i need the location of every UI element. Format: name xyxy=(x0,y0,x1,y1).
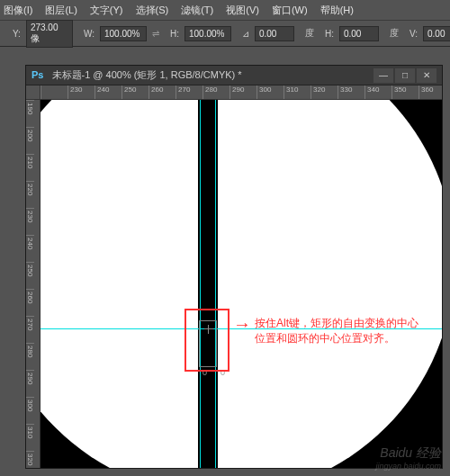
ruler-h-tick: 250 xyxy=(122,85,148,99)
ruler-corner xyxy=(26,85,40,100)
ruler-v-tick: 250 xyxy=(26,262,34,289)
ruler-v-tick: 220 xyxy=(26,181,34,208)
ruler-h-tick: 300 xyxy=(256,85,284,99)
ruler-h-tick: 290 xyxy=(230,85,256,99)
angle-unit: 度 xyxy=(305,27,314,40)
skew-h-unit: 度 xyxy=(390,27,399,40)
menu-help[interactable]: 帮助(H) xyxy=(320,4,354,17)
menu-type[interactable]: 文字(Y) xyxy=(90,4,123,17)
ps-icon: Ps xyxy=(32,69,43,80)
ruler-h-tick: 240 xyxy=(94,85,122,99)
ruler-v-tick: 240 xyxy=(26,235,34,262)
ruler-v-tick: 260 xyxy=(26,289,34,316)
ruler-v-tick: 300 xyxy=(26,397,34,424)
menu-bar: 图像(I) 图层(L) 文字(Y) 选择(S) 滤镜(T) 视图(V) 窗口(W… xyxy=(0,0,450,20)
h-label: H: xyxy=(170,29,179,39)
skew-v-label: V: xyxy=(410,29,418,39)
ruler-v-tick: 320 xyxy=(26,451,34,468)
close-button[interactable]: ✕ xyxy=(417,68,436,83)
document-titlebar: Ps 未标题-1 @ 400% (矩形 1, RGB/8/CMYK) * — □… xyxy=(26,66,442,85)
document-window: Ps 未标题-1 @ 400% (矩形 1, RGB/8/CMYK) * — □… xyxy=(25,65,443,469)
maximize-button[interactable]: □ xyxy=(395,68,415,83)
ruler-h-tick: 310 xyxy=(284,85,310,99)
watermark: Baidu 经验 jingyan.baidu.com xyxy=(375,445,441,471)
watermark-main: Baidu 经验 xyxy=(380,445,441,460)
angle-field[interactable]: 0.00 xyxy=(255,26,294,41)
canvas[interactable]: 0 0 → 按住Alt键，矩形的自由变换的中心 位置和圆环的中心位置对齐。 xyxy=(40,100,442,468)
ruler-h-tick: 340 xyxy=(364,85,392,99)
ruler-v-tick: 310 xyxy=(26,424,34,451)
y-label: Y: xyxy=(13,29,21,39)
annotation-arrow-icon: → xyxy=(233,314,251,335)
menu-layer[interactable]: 图层(L) xyxy=(45,4,76,17)
ruler-vertical[interactable]: 1902002102202302402502602702802903003103… xyxy=(26,100,40,468)
guide-vertical-2[interactable] xyxy=(215,100,216,468)
menu-filter[interactable]: 滤镜(T) xyxy=(181,4,213,17)
w-label: W: xyxy=(84,29,94,39)
menu-select[interactable]: 选择(S) xyxy=(136,4,169,17)
h-field[interactable]: 100.00% xyxy=(184,26,231,41)
watermark-sub: jingyan.baidu.com xyxy=(375,462,441,471)
ruler-h-tick: 260 xyxy=(148,85,176,99)
ruler-v-tick: 270 xyxy=(26,316,34,343)
ruler-v-tick: 200 xyxy=(26,127,34,154)
ruler-h-tick: 320 xyxy=(310,85,338,99)
annotation-line-2: 位置和圆环的中心位置对齐。 xyxy=(255,331,418,346)
ruler-h-tick: 280 xyxy=(202,85,230,99)
angle-icon: ⊿ xyxy=(242,29,249,39)
menu-view[interactable]: 视图(V) xyxy=(226,4,259,17)
ruler-v-tick: 190 xyxy=(26,100,34,127)
minimize-button[interactable]: — xyxy=(374,68,393,83)
skew-v-field[interactable]: 0.00 xyxy=(423,26,450,41)
ruler-v-tick: 210 xyxy=(26,154,34,181)
document-title: 未标题-1 @ 400% (矩形 1, RGB/8/CMYK) * xyxy=(52,69,242,80)
circle-shape xyxy=(40,100,442,468)
options-bar: Y: 273.00 像 W: 100.00% ⇌ H: 100.00% ⊿ 0.… xyxy=(0,20,450,47)
skew-h-field[interactable]: 0.00 xyxy=(339,26,379,41)
ruler-v-tick: 280 xyxy=(26,343,34,370)
link-icon[interactable]: ⇌ xyxy=(152,27,159,40)
annotation-text: 按住Alt键，矩形的自由变换的中心 位置和圆环的中心位置对齐。 xyxy=(255,316,418,346)
guide-vertical-1[interactable] xyxy=(200,100,201,468)
ruler-v-tick: 230 xyxy=(26,208,34,235)
ruler-h-tick xyxy=(40,85,68,99)
ruler-h-tick: 360 xyxy=(418,85,442,99)
annotation-box xyxy=(184,309,230,372)
ruler-h-tick: 230 xyxy=(68,85,94,99)
y-field[interactable]: 273.00 像 xyxy=(26,20,73,48)
annotation-line-1: 按住Alt键，矩形的自由变换的中心 xyxy=(255,316,418,331)
skew-h-label: H: xyxy=(325,29,334,39)
w-field[interactable]: 100.00% xyxy=(100,26,147,41)
ruler-v-tick: 290 xyxy=(26,370,34,397)
ruler-h-tick: 350 xyxy=(392,85,418,99)
ruler-h-tick: 330 xyxy=(338,85,364,99)
menu-image[interactable]: 图像(I) xyxy=(4,4,32,17)
ruler-horizontal[interactable]: 2302402502602702802903003103203303403503… xyxy=(40,85,442,100)
ruler-h-tick: 270 xyxy=(176,85,202,99)
menu-window[interactable]: 窗口(W) xyxy=(272,4,308,17)
